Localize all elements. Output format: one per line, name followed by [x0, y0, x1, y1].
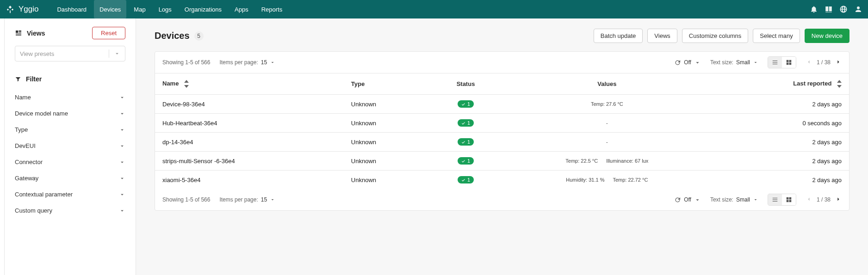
status-badge: 1	[458, 119, 474, 127]
nav-devices[interactable]: Devices	[94, 0, 126, 18]
sidebar: Views Reset View presets Filter NameDevi…	[5, 18, 136, 275]
check-icon	[461, 102, 465, 106]
cell-name: dp-14-36e4	[155, 133, 344, 152]
book-icon[interactable]	[825, 5, 833, 13]
status-badge: 1	[458, 138, 474, 146]
cell-values: Temp: 22.5 °CIlluminance: 67 lux	[502, 152, 713, 171]
filter-list: NameDevice model nameTypeDevEUIConnector…	[15, 89, 125, 219]
items-per-page[interactable]: Items per page:15	[219, 59, 275, 66]
auto-refresh[interactable]: Off	[674, 59, 701, 66]
table-row[interactable]: Hub-Heartbeat-36e4Unknown1-0 seconds ago	[155, 114, 849, 133]
column-type[interactable]: Type	[344, 73, 430, 95]
select-many-button[interactable]: Select many	[753, 29, 800, 43]
table-row[interactable]: dp-14-36e4Unknown1-2 days ago	[155, 133, 849, 152]
chevron-down-icon	[119, 127, 125, 133]
chevron-down-icon	[119, 175, 125, 182]
check-icon	[461, 159, 465, 163]
chevron-down-icon	[119, 208, 125, 214]
column-name[interactable]: Name	[155, 73, 344, 95]
auto-refresh[interactable]: Off	[674, 196, 701, 203]
view-presets-select[interactable]: View presets	[15, 46, 125, 61]
brand[interactable]: Yggio	[6, 5, 38, 14]
page-next[interactable]	[835, 196, 842, 204]
nav-map[interactable]: Map	[128, 0, 151, 18]
bell-icon[interactable]	[810, 5, 818, 13]
logo-icon	[6, 5, 15, 14]
chevron-down-icon	[270, 197, 275, 202]
grid-view-button[interactable]	[782, 194, 796, 205]
items-per-page[interactable]: Items per page:15	[219, 196, 275, 203]
views-button[interactable]: Views	[647, 29, 677, 43]
filter-contextual-parameter[interactable]: Contextual parameter	[15, 186, 125, 202]
column-last-reported-label: Last reported	[793, 80, 831, 87]
cell-status: 1	[430, 171, 502, 189]
new-device-button[interactable]: New device	[805, 29, 849, 43]
value-chip: Illuminance: 67 lux	[606, 158, 648, 164]
value-chip: Temp: 22.5 °C	[565, 158, 598, 164]
chevron-down-icon	[119, 94, 125, 101]
column-type-label: Type	[351, 80, 365, 87]
filter-connector[interactable]: Connector	[15, 154, 125, 170]
page-actions: Batch update Views Customize columns Sel…	[594, 29, 849, 43]
filter-type[interactable]: Type	[15, 122, 125, 138]
list-view-button[interactable]	[768, 194, 782, 205]
grid-view-button[interactable]	[782, 57, 796, 68]
funnel-icon	[15, 76, 21, 82]
chevron-down-icon	[119, 159, 125, 165]
check-icon	[461, 140, 465, 144]
text-size[interactable]: Text size:Small	[710, 59, 758, 66]
topnav-right	[810, 5, 862, 13]
filter-name[interactable]: Name	[15, 89, 125, 105]
text-size[interactable]: Text size:Small	[710, 196, 758, 203]
nav-organizations[interactable]: Organizations	[179, 0, 227, 18]
cell-last-reported: 0 seconds ago	[713, 114, 849, 133]
column-status[interactable]: Status	[430, 73, 502, 95]
reset-button[interactable]: Reset	[92, 27, 125, 39]
value-chip: Humidity: 31.1 %	[566, 177, 604, 183]
filter-item-label: Connector	[15, 159, 43, 165]
filter-custom-query[interactable]: Custom query	[15, 202, 125, 219]
showing-text: Showing 1-5 of 566	[162, 196, 210, 203]
pager: 1 / 38	[806, 59, 842, 67]
cell-name: Device-98-36e4	[155, 95, 344, 114]
table-row[interactable]: strips-multi-Sensor -6-36e4Unknown1Temp:…	[155, 152, 849, 171]
filter-item-label: Name	[15, 94, 31, 101]
nav-reports[interactable]: Reports	[256, 0, 288, 18]
status-badge: 1	[458, 157, 474, 165]
side-rail	[0, 18, 5, 275]
nav-logs[interactable]: Logs	[153, 0, 177, 18]
table-row[interactable]: Device-98-36e4Unknown1Temp: 27.6 °C2 day…	[155, 95, 849, 114]
cell-status: 1	[430, 95, 502, 114]
filter-device-model-name[interactable]: Device model name	[15, 105, 125, 122]
column-last-reported[interactable]: Last reported	[713, 73, 849, 95]
filter-item-label: Contextual parameter	[15, 191, 73, 198]
list-icon	[772, 196, 778, 203]
globe-icon[interactable]	[839, 5, 848, 13]
nav-apps[interactable]: Apps	[229, 0, 254, 18]
batch-update-button[interactable]: Batch update	[594, 29, 643, 43]
page-prev[interactable]	[806, 59, 812, 67]
filter-deveui[interactable]: DevEUI	[15, 138, 125, 154]
page-next[interactable]	[835, 59, 842, 67]
filter-item-label: Gateway	[15, 175, 38, 182]
column-values[interactable]: Values	[502, 73, 713, 95]
page-prev[interactable]	[806, 196, 812, 204]
cell-name: xiaomi-5-36e4	[155, 171, 344, 189]
cell-last-reported: 2 days ago	[713, 95, 849, 114]
value-chip: Temp: 27.6 °C	[591, 101, 623, 107]
chevron-down-icon	[114, 50, 120, 57]
cell-last-reported: 2 days ago	[713, 133, 849, 152]
filter-gateway[interactable]: Gateway	[15, 170, 125, 186]
cell-name: Hub-Heartbeat-36e4	[155, 114, 344, 133]
list-view-button[interactable]	[768, 57, 782, 68]
table-row[interactable]: xiaomi-5-36e4Unknown1Humidity: 31.1 %Tem…	[155, 171, 849, 189]
chevron-left-icon	[806, 59, 812, 65]
device-table-card: Showing 1-5 of 566Items per page:15OffTe…	[155, 51, 849, 211]
refresh-icon	[674, 196, 681, 203]
device-count-badge: 5	[194, 31, 204, 41]
user-icon[interactable]	[854, 5, 862, 13]
chevron-down-icon	[119, 191, 125, 198]
customize-columns-button[interactable]: Customize columns	[682, 29, 748, 43]
nav-dashboard[interactable]: Dashboard	[51, 0, 92, 18]
pager: 1 / 38	[806, 196, 842, 204]
